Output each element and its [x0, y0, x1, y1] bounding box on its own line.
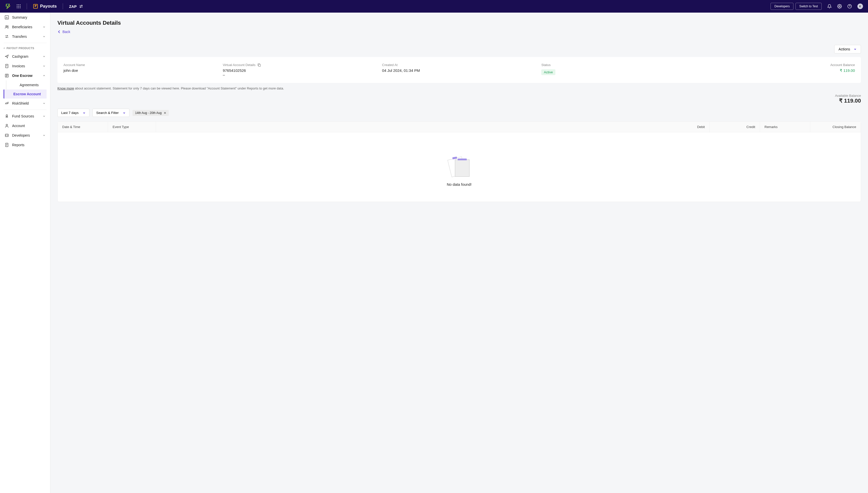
- sidebar-item-reports[interactable]: Reports: [0, 140, 50, 150]
- settings-icon[interactable]: [837, 4, 842, 8]
- account-name-label: Account Name: [64, 63, 218, 67]
- sidebar-subitem-escrow-account[interactable]: Escrow Account: [3, 89, 47, 99]
- sidebar-item-label: Cashgram: [12, 55, 28, 59]
- notifications-icon[interactable]: [827, 4, 832, 8]
- sidebar-item-riskshield[interactable]: RiskShield: [0, 99, 50, 108]
- sidebar-item-one-escrow[interactable]: One Escrow: [0, 71, 50, 80]
- empty-text: No data found!: [58, 182, 861, 187]
- th-date: Date & Time: [58, 122, 108, 132]
- sidebar-item-label: Transfers: [12, 35, 27, 39]
- sidebar-item-label: Summary: [12, 15, 27, 19]
- sidebar-item-label: Reports: [12, 143, 24, 147]
- th-closing: Closing Balance: [810, 122, 861, 132]
- apps-icon[interactable]: [17, 4, 21, 8]
- escrow-icon: [4, 73, 9, 78]
- svg-point-0: [17, 4, 18, 5]
- main-content: Virtual Accounts Details Back Actions Ac…: [50, 13, 868, 209]
- chevron-up-icon: [3, 47, 5, 49]
- users-icon: [4, 25, 9, 29]
- transactions-table: Date & Time Event Type Debit Credit Rema…: [58, 122, 861, 202]
- sidebar-item-account[interactable]: Account: [0, 121, 50, 131]
- sidebar-subitem-agreements[interactable]: Agreements: [6, 80, 50, 89]
- filter-chip[interactable]: 14th Aug - 20th Aug: [133, 110, 168, 116]
- svg-rect-32: [259, 64, 261, 66]
- chevron-down-icon: [43, 65, 46, 67]
- available-balance-label: Available Balance: [58, 94, 861, 98]
- switch-to-test-button[interactable]: Switch to Test: [796, 3, 822, 10]
- divider: [3, 110, 47, 110]
- svg-point-8: [20, 7, 21, 8]
- svg-point-1: [18, 4, 19, 5]
- invoices-icon: [4, 64, 9, 68]
- sidebar-item-fund-sources[interactable]: Fund Sources: [0, 111, 50, 121]
- product-name[interactable]: Payouts: [33, 4, 57, 9]
- avatar[interactable]: K: [858, 3, 863, 9]
- va-sub-value: –: [223, 72, 377, 77]
- svg-point-17: [6, 26, 7, 27]
- sidebar-item-label: RiskShield: [12, 101, 29, 105]
- merchant-switcher[interactable]: ZAP: [69, 4, 83, 8]
- sidebar-item-beneficiaries[interactable]: Beneficiaries: [0, 22, 50, 32]
- info-text: Know more about account statement. State…: [58, 86, 861, 90]
- account-name-value: john doe: [64, 68, 218, 72]
- status-badge: Active: [541, 69, 555, 75]
- sidebar-item-label: Fund Sources: [12, 114, 34, 118]
- search-filter-button[interactable]: Search & Filter: [92, 109, 130, 117]
- va-details-label: Virtual Account Details: [223, 63, 255, 67]
- back-button[interactable]: Back: [58, 30, 70, 34]
- svg-point-5: [20, 6, 21, 7]
- know-more-link[interactable]: Know more: [58, 86, 74, 90]
- empty-state: No data found!: [58, 132, 861, 202]
- sidebar-item-label: Beneficiaries: [12, 25, 32, 29]
- chevron-down-icon: [43, 102, 46, 105]
- chevron-left-icon: [58, 30, 61, 34]
- chevron-down-icon: [123, 111, 126, 114]
- sidebar: Summary Beneficiaries Transfers PAYOUT P…: [0, 13, 50, 209]
- account-balance-value: ₹ 119.00: [701, 68, 855, 73]
- topbar: Payouts ZAP Developers Switch to Test K: [0, 0, 868, 13]
- sidebar-item-summary[interactable]: Summary: [0, 13, 50, 22]
- svg-point-26: [6, 124, 7, 126]
- date-range-label: Last 7 days: [61, 111, 78, 115]
- account-icon: [4, 124, 9, 128]
- actions-label: Actions: [839, 47, 850, 51]
- close-icon[interactable]: [164, 112, 166, 114]
- page-title: Virtual Accounts Details: [58, 20, 861, 26]
- sidebar-item-developers[interactable]: Developers: [0, 131, 50, 140]
- sidebar-item-label: Invoices: [12, 64, 25, 68]
- sidebar-item-cashgram[interactable]: Cashgram: [0, 52, 50, 61]
- merchant-name: ZAP: [69, 4, 76, 8]
- th-remarks: Remarks: [760, 122, 810, 132]
- sidebar-item-label: Developers: [12, 133, 30, 137]
- th-credit: Credit: [710, 122, 760, 132]
- actions-button[interactable]: Actions: [834, 45, 861, 53]
- sidebar-item-transfers[interactable]: Transfers: [0, 32, 50, 41]
- back-label: Back: [63, 30, 70, 34]
- th-event: Event Type: [108, 122, 156, 132]
- svg-point-25: [6, 115, 7, 116]
- chevron-down-icon: [43, 35, 46, 38]
- account-details-card: Account Name john doe Virtual Account De…: [58, 57, 861, 83]
- chevron-down-icon: [83, 111, 86, 114]
- account-balance-label: Account Balance: [701, 63, 855, 67]
- cashgram-icon: [4, 54, 9, 59]
- va-id-value: 97654102526: [223, 68, 377, 72]
- created-at-label: Created At: [382, 63, 536, 67]
- svg-point-4: [18, 6, 19, 7]
- developers-button[interactable]: Developers: [771, 3, 794, 10]
- divider: [27, 3, 27, 9]
- search-filter-label: Search & Filter: [96, 111, 119, 115]
- sidebar-section-header[interactable]: PAYOUT PRODUCTS: [0, 45, 50, 52]
- sidebar-item-invoices[interactable]: Invoices: [0, 61, 50, 71]
- chevron-down-icon: [43, 134, 46, 137]
- svg-point-24: [8, 102, 8, 103]
- date-range-button[interactable]: Last 7 days: [58, 109, 89, 117]
- fund-sources-icon: [4, 114, 9, 119]
- product-label: Payouts: [40, 4, 57, 9]
- empty-illustration: [448, 155, 471, 178]
- copy-icon[interactable]: [257, 63, 261, 67]
- help-icon[interactable]: [847, 4, 852, 8]
- th-debit: Debit: [156, 122, 710, 132]
- table-header-row: Date & Time Event Type Debit Credit Rema…: [58, 122, 861, 132]
- transfers-icon: [4, 34, 9, 39]
